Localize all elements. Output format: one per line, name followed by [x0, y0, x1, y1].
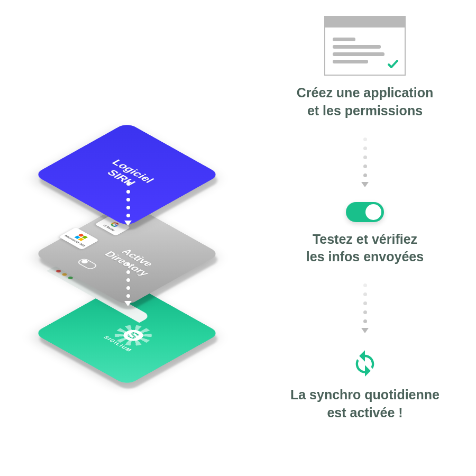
sync-icon — [350, 348, 380, 378]
step-3-text: La synchro quotidienne est activée ! — [290, 386, 440, 422]
form-window-icon — [324, 16, 406, 76]
step-test-verify: Testez et vérifiez les infos envoyées — [306, 202, 424, 267]
arrow-1 — [361, 135, 369, 187]
step-2-text: Testez et vérifiez les infos envoyées — [306, 231, 424, 267]
step-create-app: Créez une application et les permissions — [297, 16, 433, 120]
isometric-stack: Logiciel SIRH Active Directory Microsoft… — [5, 106, 249, 402]
steps-column: Créez une application et les permissions… — [254, 16, 476, 422]
check-icon — [387, 58, 399, 70]
connector-mid-bot — [126, 260, 130, 306]
diagram-root: Logiciel SIRH Active Directory Microsoft… — [0, 0, 476, 476]
arrow-2 — [361, 281, 369, 333]
step-1-text: Créez une application et les permissions — [297, 84, 433, 120]
toggle-on-icon — [346, 202, 384, 222]
connector-top-mid — [126, 180, 130, 226]
step-sync-active: La synchro quotidienne est activée ! — [290, 348, 440, 422]
